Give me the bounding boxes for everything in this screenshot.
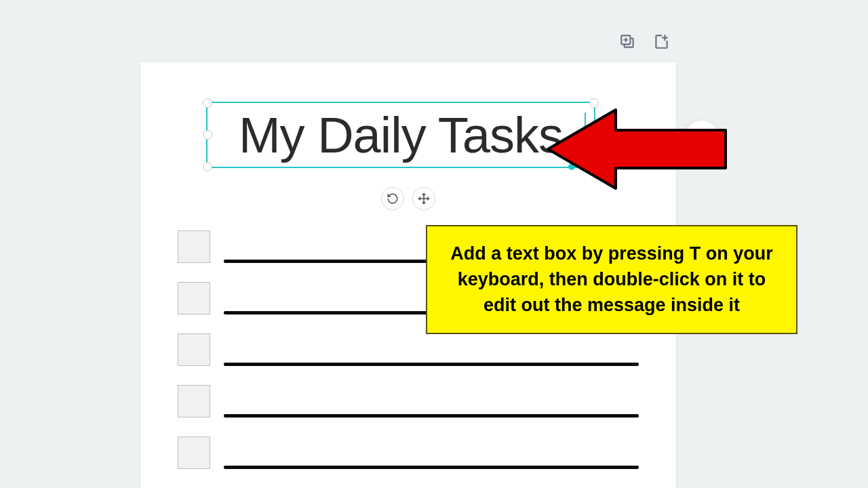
checkbox[interactable]	[178, 333, 210, 366]
textbox-text[interactable]: My Daily Tasks	[206, 102, 595, 168]
move-button[interactable]	[412, 187, 435, 210]
task-line	[224, 363, 639, 366]
textbox-selected[interactable]: My Daily Tasks	[206, 102, 595, 168]
checkbox[interactable]	[178, 230, 210, 263]
text-cursor	[585, 113, 586, 157]
checkbox[interactable]	[178, 282, 210, 314]
checklist-row	[178, 436, 639, 469]
add-page-button[interactable]	[685, 121, 719, 155]
checkbox[interactable]	[178, 436, 210, 469]
duplicate-icon[interactable]	[618, 33, 636, 50]
new-page-icon[interactable]	[652, 33, 670, 50]
checkbox[interactable]	[178, 385, 210, 418]
task-line	[224, 414, 639, 418]
checklist-row	[178, 385, 639, 418]
textbox-controls	[381, 187, 435, 210]
rotate-button[interactable]	[381, 187, 404, 210]
task-line	[224, 466, 639, 469]
tooltip-text: Add a text box by pressing T on your key…	[450, 243, 773, 315]
toolbar-top	[618, 33, 670, 50]
instruction-tooltip: Add a text box by pressing T on your key…	[426, 225, 797, 334]
checklist-row	[178, 333, 639, 366]
